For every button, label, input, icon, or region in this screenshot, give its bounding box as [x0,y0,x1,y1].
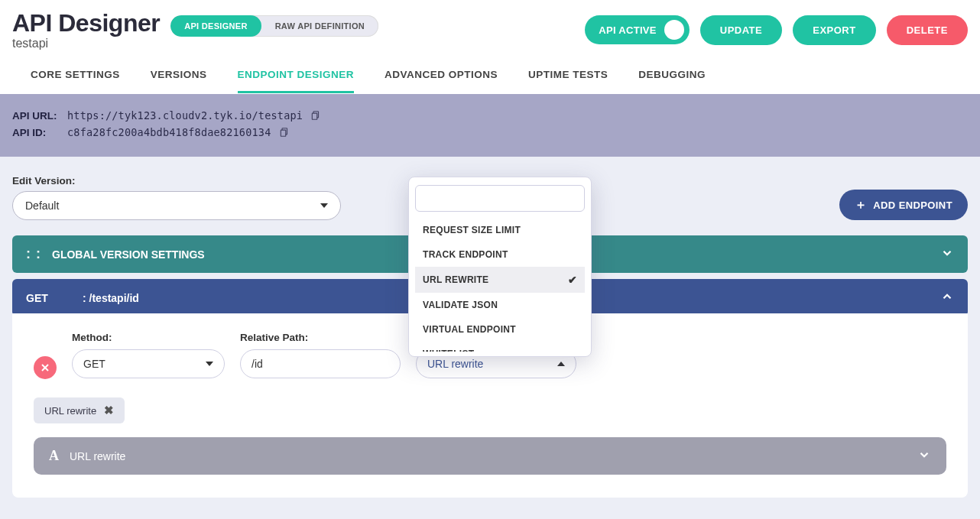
chevron-down-icon [206,362,213,366]
copy-url-icon[interactable] [310,109,321,122]
plugin-option-label: URL REWRITE [423,274,488,285]
plugin-field: URL rewrite REQUEST SIZE LIMIT TRACK END… [416,332,576,378]
tab-versions[interactable]: VERSIONS [151,69,207,93]
export-button[interactable]: EXPORT [793,15,875,45]
endpoint-method: GET [26,292,72,304]
plugin-option-list[interactable]: REQUEST SIZE LIMIT TRACK ENDPOINT URL RE… [415,218,585,352]
version-value: Default [25,199,59,212]
api-status-label: API ACTIVE [599,24,656,36]
page-title: API Designer [12,11,160,35]
plugin-option-virtual-endpoint[interactable]: VIRTUAL ENDPOINT [415,317,585,342]
plugin-value: URL rewrite [427,358,483,370]
api-info-strip: API URL: https://tyk123.cloudv2.tyk.io/t… [0,94,980,157]
toggle-knob [664,20,684,40]
chevron-down-icon [320,203,328,208]
api-id-label: API ID: [12,127,60,138]
svg-rect-1 [312,113,316,119]
chevron-down-icon[interactable] [940,246,954,262]
view-mode-designer[interactable]: API DESIGNER [170,15,261,37]
add-endpoint-button[interactable]: ＋ ADD ENDPOINT [839,190,968,220]
method-field: Method: GET [72,332,225,378]
api-id-row: API ID: c8fa28fc200a4bdb418f8dae82160134 [12,126,968,138]
tab-endpoint-designer[interactable]: ENDPOINT DESIGNER [238,69,355,93]
method-value: GET [83,358,105,370]
view-mode-raw[interactable]: RAW API DEFINITION [261,15,378,37]
plugin-option-request-size-limit[interactable]: REQUEST SIZE LIMIT [415,218,585,242]
path-label: Relative Path: [240,332,401,343]
chevron-up-icon [557,362,565,366]
plugin-option-label: REQUEST SIZE LIMIT [423,225,521,235]
plus-icon: ＋ [855,199,867,211]
endpoint-form-row: Method: GET Relative Path: URL rewrite [34,332,946,379]
version-select[interactable]: Default [12,191,341,220]
version-field: Edit Version: Default [12,175,341,220]
view-mode-segmented: API DESIGNER RAW API DEFINITION [170,15,378,37]
plugin-option-label: WHITELIST [423,349,474,352]
path-input[interactable] [240,349,401,378]
tab-core-settings[interactable]: CORE SETTINGS [31,69,120,93]
svg-rect-3 [281,130,285,136]
endpoint-path: : /testapi/id [83,292,139,304]
remove-endpoint-button[interactable] [34,356,57,379]
add-endpoint-label: ADD ENDPOINT [873,199,952,211]
delete-button[interactable]: DELETE [887,15,968,45]
url-rewrite-section-bar[interactable]: A URL rewrite [34,437,946,475]
plugin-option-whitelist[interactable]: WHITELIST [415,342,585,352]
plugin-option-validate-json[interactable]: VALIDATE JSON [415,293,585,317]
check-icon: ✔ [568,274,577,286]
version-label: Edit Version: [12,175,341,187]
plugin-option-label: VALIDATE JSON [423,300,498,310]
method-select[interactable]: GET [72,349,225,378]
tab-debugging[interactable]: DEBUGGING [638,69,706,93]
remove-chip-icon[interactable]: ✖ [104,404,114,417]
plugin-option-track-endpoint[interactable]: TRACK ENDPOINT [415,242,585,267]
title-block: API Designer testapi [12,11,160,50]
plugin-option-url-rewrite[interactable]: URL REWRITE ✔ [415,267,585,293]
api-id-value: c8fa28fc200a4bdb418f8dae82160134 [67,126,271,138]
page-subtitle: testapi [12,37,160,50]
url-rewrite-section-label: URL rewrite [70,450,125,462]
plugin-dropdown: REQUEST SIZE LIMIT TRACK ENDPOINT URL RE… [408,177,592,357]
path-field: Relative Path: [240,332,401,378]
update-button[interactable]: UPDATE [700,15,782,45]
plugin-option-label: VIRTUAL ENDPOINT [423,324,516,335]
global-bar-prefix: : : [26,246,41,262]
plugin-chip: URL rewrite ✖ [34,397,125,423]
tab-advanced-options[interactable]: ADVANCED OPTIONS [385,69,498,93]
endpoint-card: Method: GET Relative Path: URL rewrite [12,313,968,498]
tab-uptime-tests[interactable]: UPTIME TESTS [528,69,608,93]
api-url-row: API URL: https://tyk123.cloudv2.tyk.io/t… [12,109,968,122]
header: API Designer testapi API DESIGNER RAW AP… [0,0,980,50]
chevron-up-icon[interactable] [940,290,954,306]
chevron-down-icon[interactable] [917,448,931,464]
main-tabs: CORE SETTINGS VERSIONS ENDPOINT DESIGNER… [0,50,980,94]
plugin-search-input[interactable] [415,185,585,212]
copy-id-icon[interactable] [279,126,290,138]
api-url-value: https://tyk123.cloudv2.tyk.io/testapi [67,109,303,122]
api-url-label: API URL: [12,110,60,122]
global-bar-label: GLOBAL VERSION SETTINGS [52,248,205,261]
body: Edit Version: Default ＋ ADD ENDPOINT : :… [0,157,980,519]
plugin-chip-label: URL rewrite [44,405,96,417]
plugin-option-label: TRACK ENDPOINT [423,249,508,260]
api-status-toggle[interactable]: API ACTIVE [585,15,689,44]
font-icon: A [49,448,59,464]
method-label: Method: [72,332,225,343]
